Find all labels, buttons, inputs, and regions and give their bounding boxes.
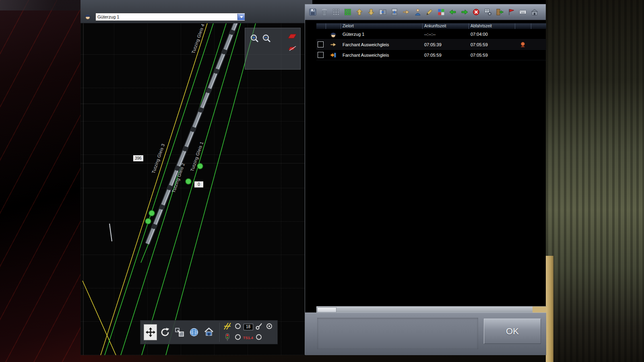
- rotate-tool-button[interactable]: [158, 323, 171, 341]
- background-left-texture: [0, 0, 80, 362]
- insert-left-button[interactable]: [448, 7, 458, 18]
- cell-zielort: Farchant Ausweichgleis: [341, 53, 422, 58]
- header-extra-col: [515, 23, 531, 29]
- header-checkbox-col: [316, 23, 326, 29]
- move-tool-button[interactable]: [144, 324, 157, 340]
- cell-checkbox: [316, 52, 326, 58]
- red-marker-icon[interactable]: [287, 33, 297, 41]
- home-view-button[interactable]: [202, 323, 215, 341]
- scale-tool-button[interactable]: [173, 323, 186, 341]
- cell-abfahrt: 07:05:59: [469, 53, 515, 58]
- distance-marker: 396: [133, 155, 143, 161]
- scrollbar-corner: [533, 306, 546, 313]
- cancel-stop-button[interactable]: [471, 7, 481, 18]
- header-ankunftszeit[interactable]: Ankunftszeit: [422, 23, 469, 29]
- depot-button[interactable]: [529, 7, 540, 18]
- keyboard-icon: [519, 8, 527, 16]
- timetable-window: Zielort Ankunftszeit Abfahrtszeit Güterz…: [305, 4, 546, 355]
- radio-circle-icon[interactable]: [233, 322, 242, 332]
- coupler-icon[interactable]: [254, 322, 263, 332]
- home-icon: [204, 327, 214, 337]
- train-selector[interactable]: Güterzug 1: [95, 13, 245, 21]
- cell-ankunft: --:--:--: [422, 32, 469, 37]
- train-selector-value: Güterzug 1: [96, 14, 237, 20]
- row-checkbox[interactable]: [318, 52, 324, 58]
- passenger-button[interactable]: [413, 7, 423, 18]
- grid-green-button[interactable]: [343, 7, 353, 18]
- cell-abfahrt: 07:05:59: [469, 42, 515, 47]
- save-icon: [309, 8, 317, 16]
- train-driver-icon: [84, 12, 91, 20]
- insert-column-icon: [379, 8, 387, 16]
- table-gear-icon: [484, 8, 492, 16]
- move-up-button[interactable]: [354, 7, 365, 18]
- cell-ankunft: 07:05:39: [422, 42, 469, 47]
- tiles-button[interactable]: [436, 7, 446, 18]
- trash-icon: [320, 8, 328, 16]
- footer-inset-panel: [317, 318, 478, 349]
- save-button[interactable]: [308, 7, 318, 18]
- timetable-row[interactable]: Farchant Ausweichgleis 07:05:59 07:05:59: [316, 50, 546, 60]
- header-zielort[interactable]: Zielort: [341, 23, 422, 29]
- header-abfahrtszeit[interactable]: Abfahrtszeit: [469, 23, 515, 29]
- insert-row-button[interactable]: [389, 7, 400, 18]
- timetable-header-row: Zielort Ankunftszeit Abfahrtszeit: [316, 23, 546, 29]
- header-extra-col: [531, 23, 546, 29]
- tiles-icon: [437, 8, 445, 16]
- exit-door-icon: [495, 8, 504, 16]
- timetable-table: Zielort Ankunftszeit Abfahrtszeit Güterz…: [316, 23, 546, 60]
- switch-icon[interactable]: [223, 322, 232, 332]
- signal-icon[interactable]: [223, 333, 232, 343]
- background-bottom-strip: [80, 355, 546, 362]
- arrow-up-icon: [355, 8, 363, 16]
- cancel-icon: [472, 8, 480, 16]
- grid-icon: [332, 8, 340, 16]
- radio-dot-icon[interactable]: [265, 322, 274, 332]
- scrollbar-thumb[interactable]: [317, 307, 336, 313]
- radio-circle-icon[interactable]: [254, 333, 263, 343]
- row-driver-icon: [326, 31, 341, 38]
- insert-right-button[interactable]: [459, 7, 470, 18]
- cell-abfahrt: 07:04:00: [469, 32, 515, 37]
- red-pen-icon[interactable]: [287, 45, 297, 53]
- pencil-icon: [425, 8, 433, 16]
- timetable-row[interactable]: Farchant Ausweichgleis 07:05:39 07:05:59: [316, 39, 546, 50]
- flag-button[interactable]: [506, 7, 516, 18]
- track-plan-window: Güterzug 1: [80, 0, 312, 355]
- scale-icon: [174, 327, 185, 337]
- insert-column-button[interactable]: [378, 7, 388, 18]
- grid-button[interactable]: [331, 7, 341, 18]
- edit-button[interactable]: [424, 7, 435, 18]
- table-settings-button[interactable]: [483, 7, 493, 18]
- insert-left-icon: [449, 8, 457, 16]
- grid-green-icon: [344, 8, 352, 16]
- move-down-button[interactable]: [366, 7, 376, 18]
- background-tan-strip: [546, 256, 553, 362]
- zoom-out-icon[interactable]: [262, 34, 272, 43]
- hand-pointer-icon: [402, 8, 410, 16]
- timetable-toolbar: [305, 4, 546, 20]
- hand-tool-button[interactable]: [401, 7, 411, 18]
- passenger-icon: [414, 8, 422, 16]
- cell-ankunft: 07:05:59: [422, 53, 469, 58]
- exit-button[interactable]: [494, 7, 505, 18]
- zoom-level-value[interactable]: 18: [244, 324, 253, 330]
- ok-button[interactable]: OK: [484, 319, 541, 344]
- globe-view-button[interactable]: [188, 323, 201, 341]
- zero-marker: 0: [194, 181, 203, 187]
- chevron-down-icon[interactable]: [237, 14, 245, 20]
- zoom-in-icon[interactable]: [250, 34, 260, 43]
- radio-circle-icon[interactable]: [233, 333, 242, 343]
- row-checkbox[interactable]: [318, 41, 324, 47]
- map-header-bar: Güterzug 1: [80, 0, 312, 23]
- track-map[interactable]: Tutzing Gleis 4 Tutzing Gleis 3 Tutzing …: [80, 23, 312, 355]
- background-right-texture: [546, 0, 644, 362]
- delete-button[interactable]: [319, 7, 330, 18]
- timetable-row[interactable]: Güterzug 1 --:--:-- 07:04:00: [316, 29, 546, 39]
- keyboard-button[interactable]: [518, 7, 528, 18]
- horizontal-scrollbar[interactable]: [316, 306, 546, 313]
- insert-row-icon: [390, 8, 398, 16]
- arrow-down-icon: [367, 8, 375, 16]
- row-person-icon: [515, 41, 531, 48]
- depot-icon: [530, 8, 539, 16]
